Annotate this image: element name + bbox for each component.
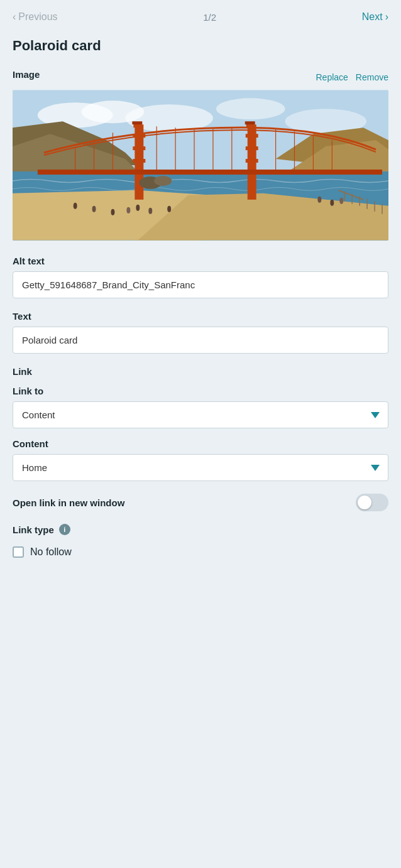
svg-rect-37 [38,170,382,175]
svg-rect-18 [132,121,142,124]
svg-point-39 [154,176,172,186]
page-counter: 1/2 [203,12,216,23]
toggle-track[interactable] [356,494,388,511]
svg-point-41 [92,206,96,212]
no-follow-row: No follow [13,546,388,558]
svg-rect-20 [246,134,258,138]
link-section: Link Link to Content URL Email Phone Con… [13,366,388,558]
svg-point-48 [330,200,334,206]
image-section: Image Replace Remove [13,69,388,241]
link-type-row: Link type i [13,524,388,535]
toggle-thumb [358,496,371,509]
previous-button[interactable]: ‹ Previous [13,11,58,23]
alt-text-section: Alt text [13,256,388,298]
chevron-left-icon: ‹ [13,11,16,23]
svg-point-47 [317,197,321,203]
image-header: Image Replace Remove [13,69,388,85]
no-follow-checkbox[interactable] [13,546,24,558]
link-to-select[interactable]: Content URL Email Phone [13,401,388,428]
svg-point-42 [111,209,114,215]
content-select[interactable]: Home About Contact [13,454,388,481]
open-new-window-row: Open link in new window [13,491,388,511]
svg-rect-21 [246,146,258,150]
svg-point-45 [148,208,152,214]
page-title: Polaroid card [13,38,388,54]
remove-button[interactable]: Remove [356,72,388,82]
open-new-window-label: Open link in new window [13,497,124,508]
image-actions: Replace Remove [316,72,388,82]
chevron-right-icon: › [385,11,388,23]
text-field-section: Text [13,311,388,354]
svg-rect-22 [246,159,258,163]
svg-point-43 [126,207,130,214]
alt-text-input[interactable] [13,271,388,298]
svg-rect-16 [133,159,145,163]
alt-text-label: Alt text [13,256,388,266]
next-label: Next [362,11,383,23]
open-new-window-toggle[interactable] [356,494,388,511]
content-label: Content [13,438,388,449]
text-label: Text [13,311,388,322]
svg-rect-15 [133,146,145,150]
image-label: Image [13,69,40,80]
text-input[interactable] [13,327,388,354]
svg-point-40 [74,203,77,209]
svg-point-49 [339,198,343,204]
link-to-label: Link to [13,386,388,396]
link-section-title: Link [13,366,388,377]
link-type-label: Link type [13,524,54,535]
link-to-dropdown-wrapper: Content URL Email Phone [13,401,388,428]
golden-gate-image [13,90,388,241]
info-icon[interactable]: i [59,524,70,535]
svg-rect-24 [245,121,255,124]
top-navigation: ‹ Previous 1/2 Next › [0,0,401,33]
no-follow-label: No follow [30,546,72,558]
svg-point-4 [216,98,285,119]
content-dropdown-wrapper: Home About Contact [13,454,388,481]
image-preview [13,90,388,241]
svg-point-46 [167,206,171,212]
svg-point-44 [136,205,140,211]
replace-button[interactable]: Replace [316,72,348,82]
next-button[interactable]: Next › [362,11,388,23]
main-content: Polaroid card Image Replace Remove [0,38,401,580]
previous-label: Previous [18,11,57,23]
